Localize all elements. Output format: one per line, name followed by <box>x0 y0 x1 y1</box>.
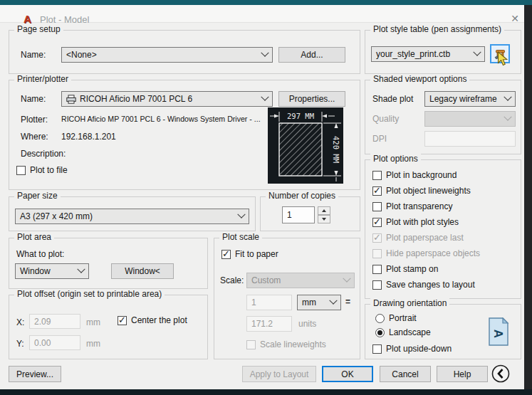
group-label: Page setup <box>14 24 63 34</box>
portrait-radio[interactable]: Portrait <box>375 313 417 323</box>
group-label: Plot area <box>14 232 54 242</box>
checkbox-hide-paperspace-objects: Hide paperspace objects <box>372 248 480 258</box>
window-pick-button[interactable]: Window< <box>111 263 174 279</box>
copies-input[interactable]: 1 <box>282 206 315 223</box>
dialog-titlebar[interactable]: A Plot - Model ✕ <box>0 5 532 23</box>
group-number-of-copies: Number of copies 1 <box>260 196 360 231</box>
plot-to-file-label: Plot to file <box>30 165 68 175</box>
group-label: Shaded viewport options <box>370 74 469 84</box>
group-label: Plot offset (origin set to printable are… <box>14 289 165 299</box>
group-drawing-orientation: Drawing orientation Portrait Landscape P… <box>365 304 521 359</box>
plot-to-file-checkbox[interactable]: Plot to file <box>16 165 68 175</box>
chevron-down-icon <box>329 297 337 305</box>
option-label: Hide paperspace objects <box>386 248 480 258</box>
group-plot-area: Plot area What to plot: Window Window< <box>9 238 208 289</box>
chevron-down-icon <box>343 275 350 283</box>
scale-paper-units-input[interactable]: 1 <box>246 295 292 310</box>
portrait-label: Portrait <box>389 313 417 323</box>
screen-background-right <box>524 5 532 395</box>
units-label: units <box>298 319 316 329</box>
spin-down-button[interactable] <box>318 215 330 223</box>
group-label: Plot options <box>370 154 421 164</box>
offset-y-label: Y: <box>16 339 24 349</box>
screen-background-bottom <box>0 389 532 395</box>
checkbox-icon <box>246 340 256 349</box>
offset-y-unit: mm <box>86 339 100 349</box>
checkbox-save-changes-to-layout[interactable]: Save changes to layout <box>372 280 475 290</box>
landscape-label: Landscape <box>389 327 431 337</box>
page-setup-name-label: Name: <box>21 50 46 60</box>
checkbox-icon <box>372 171 382 180</box>
chevron-down-icon <box>504 113 511 121</box>
description-label: Description: <box>21 149 66 159</box>
preview-height-text: 420 MM <box>332 136 340 163</box>
scale-drawing-units-input[interactable]: 171.2 <box>246 316 292 332</box>
group-paper-size: Paper size A3 (297 x 420 mm) <box>9 196 256 231</box>
paper-size-select[interactable]: A3 (297 x 420 mm) <box>15 209 249 224</box>
shade-plot-value: Legacy wireframe <box>429 94 497 104</box>
group-label: Printer/plotter <box>14 74 71 84</box>
option-label: Plot stamp on <box>386 264 438 274</box>
checkbox-icon <box>221 250 231 259</box>
scale-unit-value: mm <box>302 297 316 307</box>
checkbox-plot-object-lineweights[interactable]: Plot object lineweights <box>372 186 471 196</box>
offset-x-unit: mm <box>86 317 100 327</box>
what-to-plot-select[interactable]: Window <box>15 263 89 279</box>
checkbox-plot-stamp-on[interactable]: Plot stamp on <box>372 264 438 274</box>
center-the-plot-checkbox[interactable]: Center the plot <box>118 315 187 325</box>
where-label: Where: <box>21 132 48 142</box>
offset-y-input[interactable]: 0.00 <box>29 335 80 350</box>
ok-button[interactable]: OK <box>322 366 373 382</box>
plot-style-select[interactable]: your_style_print.ctb <box>371 46 485 62</box>
cancel-button[interactable]: Cancel <box>380 366 431 382</box>
arrow-down-icon <box>322 218 326 221</box>
printer-name-select[interactable]: RICOH Aficio MP 7001 PCL 6 <box>61 91 273 107</box>
radio-icon <box>375 328 385 337</box>
checkbox-plot-with-plot-styles[interactable]: Plot with plot styles <box>372 217 459 227</box>
shade-plot-label: Shade plot <box>372 94 413 104</box>
help-button[interactable]: Help <box>437 366 488 382</box>
checkbox-icon <box>118 316 127 325</box>
printer-name-label: Name: <box>21 94 46 104</box>
landscape-radio[interactable]: Landscape <box>375 327 431 337</box>
chevron-left-circle-icon <box>491 364 511 384</box>
add-button[interactable]: Add... <box>278 47 345 63</box>
option-label: Plot in background <box>386 170 457 180</box>
printer-name-value: RICOH Aficio MP 7001 PCL 6 <box>80 94 192 104</box>
fit-to-paper-checkbox[interactable]: Fit to paper <box>221 249 278 259</box>
chevron-down-icon <box>261 93 268 101</box>
copies-stepper[interactable]: 1 <box>282 206 330 223</box>
autocad-logo-icon: A <box>24 13 31 25</box>
spin-up-button[interactable] <box>318 206 330 215</box>
fewer-options-button[interactable] <box>491 364 511 384</box>
close-icon[interactable]: ✕ <box>507 12 523 25</box>
group-page-setup: Page setup Name: <None> Add... <box>9 30 360 74</box>
preview-width-text: 297 MM <box>287 112 314 120</box>
preview-button[interactable]: Preview... <box>9 366 61 382</box>
apply-to-layout-button: Apply to Layout <box>242 366 316 382</box>
page-setup-name-select[interactable]: <None> <box>61 47 273 63</box>
chevron-down-icon <box>261 49 268 57</box>
chevron-down-icon <box>237 211 245 218</box>
group-label: Plot style table (pen assignments) <box>370 24 504 34</box>
equals-sign: = <box>345 297 350 307</box>
dpi-input <box>424 131 516 147</box>
group-plot-scale: Plot scale Fit to paper Scale: Custom 1 … <box>214 238 360 359</box>
properties-button[interactable]: Properties... <box>278 91 345 107</box>
shade-plot-select[interactable]: Legacy wireframe <box>424 91 516 107</box>
checkbox-plot-in-background[interactable]: Plot in background <box>372 170 457 180</box>
scale-lineweights-checkbox: Scale lineweights <box>246 339 326 349</box>
radio-icon <box>375 314 385 323</box>
fit-to-paper-label: Fit to paper <box>235 249 278 259</box>
scale-unit-select[interactable]: mm <box>297 295 341 310</box>
checkbox-icon <box>16 166 26 175</box>
landscape-letter: A <box>491 330 505 338</box>
checkbox-icon <box>372 249 382 258</box>
plot-upside-down-checkbox[interactable]: Plot upside-down <box>372 344 452 354</box>
paper-size-value: A3 (297 x 420 mm) <box>20 211 93 221</box>
group-shaded-viewport-options: Shaded viewport options Shade plot Legac… <box>365 80 521 154</box>
arrow-up-icon <box>322 209 326 212</box>
offset-x-input[interactable]: 2.09 <box>29 314 80 329</box>
checkbox-plot-transparency[interactable]: Plot transparency <box>372 201 452 211</box>
offset-x-label: X: <box>16 317 24 327</box>
